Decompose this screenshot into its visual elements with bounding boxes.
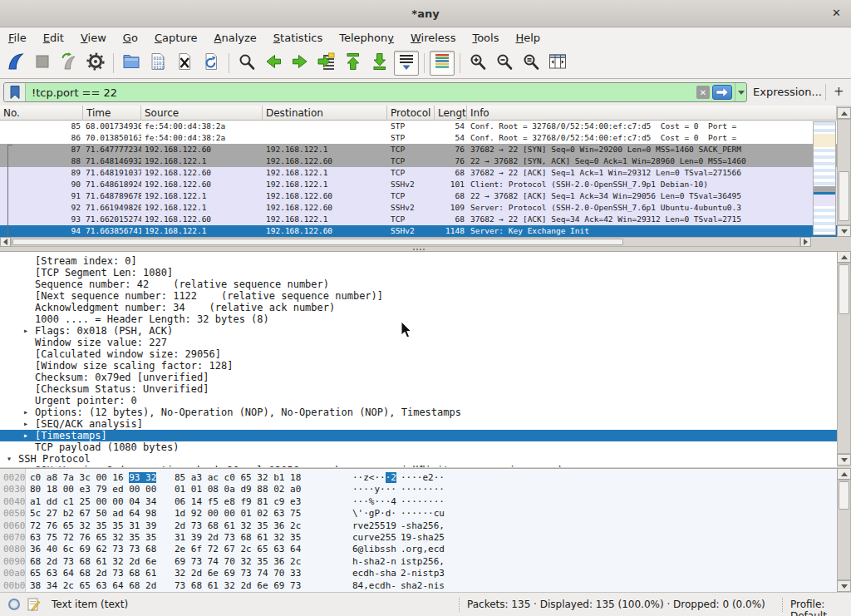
packet-row-88[interactable]: 8871.648146932192.168.122.1192.168.122.6… [0,155,837,167]
scroll-left-arrow[interactable] [0,237,11,247]
menu-help[interactable]: Help [515,32,540,44]
add-filter-button[interactable]: + [834,84,844,99]
file-close-button[interactable] [172,51,197,76]
expression-button[interactable]: Expression... [753,86,822,98]
expander-open-icon[interactable]: ▾ [7,453,12,465]
detail-line[interactable]: ▸[Timestamps] [0,430,837,441]
hex-line-0030[interactable]: 003080 18 00 e3 79 ed 00 0001 01 08 0a d… [0,484,837,495]
packet-row-89[interactable]: 8971.648191037192.168.122.60192.168.122.… [0,167,837,179]
pane-splitter-handle[interactable] [413,249,415,250]
scroll-thumb[interactable] [839,481,849,510]
hex-line-0020[interactable]: 0020c0 a8 7a 3c 00 16 93 3285 a3 ac c0 6… [0,472,837,484]
file-reload-button[interactable] [199,51,224,76]
capture-options-button[interactable] [83,51,108,76]
resize-columns-button[interactable] [545,51,570,76]
column-header-time[interactable]: Time [83,106,141,121]
menu-edit[interactable]: Edit [43,32,64,44]
zoom-out-button[interactable] [492,51,517,76]
scroll-down-arrow[interactable] [837,580,851,592]
scroll-up-arrow[interactable] [837,251,851,263]
scroll-thumb[interactable] [839,264,849,314]
menu-wireless[interactable]: Wireless [411,32,455,44]
detail-line[interactable]: Sequence number: 42 (relative sequence n… [0,278,837,290]
packet-row-92[interactable]: 9271.661949820192.168.122.1192.168.122.6… [0,202,837,214]
column-header-no[interactable]: No. [0,106,83,121]
menu-capture[interactable]: Capture [155,32,198,44]
filter-expression-text[interactable]: !tcp.port == 22 [26,86,696,99]
filter-bookmark-icon[interactable] [4,83,26,101]
packet-row-93[interactable]: 9371.662015274192.168.122.60192.168.122.… [0,214,837,225]
pane-splitter-handle[interactable] [413,466,415,467]
capture-comment-icon[interactable] [27,598,41,614]
menu-tools[interactable]: Tools [472,32,499,44]
detail-line[interactable]: ▸[SEQ/ACK analysis] [0,418,837,430]
menu-statistics[interactable]: Statistics [273,32,322,44]
column-header-protocol[interactable]: Protocol [387,106,435,121]
detail-line[interactable]: [Calculated window size: 29056] [0,348,837,360]
hex-line-00a0[interactable]: 00a065 63 64 68 2d 73 68 6132 2d 6e 69 7… [0,568,837,579]
detail-line[interactable]: ▸SSH Version 2 (encryption:chacha20-poly… [0,465,837,467]
file-save-button[interactable]: 010111010110 [145,51,170,76]
wireshark-start-button[interactable] [3,51,28,76]
menu-go[interactable]: Go [123,32,138,44]
detail-line[interactable]: 1000 .... = Header Length: 32 bytes (8) [0,313,837,325]
hex-line-0070[interactable]: 007063 75 72 76 65 32 35 3531 39 2d 73 6… [0,532,837,544]
display-filter-input[interactable]: !tcp.port == 22 ✕ [3,82,747,102]
expander-closed-icon[interactable]: ▸ [23,407,28,418]
hex-line-0080[interactable]: 008036 40 6c 69 62 73 73 682e 6f 72 67 2… [0,544,837,555]
capture-stop-button[interactable] [30,51,55,76]
detail-line[interactable]: ▾SSH Protocol [0,453,837,465]
packet-row-94[interactable]: 9471.663856741192.168.122.1192.168.122.6… [0,225,837,237]
filter-clear-icon[interactable]: ✕ [696,86,710,99]
detail-line[interactable]: ▸Options: (12 bytes), No-Operation (NOP)… [0,407,837,418]
detail-line[interactable]: ▸Flags: 0x018 (PSH, ACK) [0,325,837,337]
go-first-button[interactable] [341,51,366,76]
packet-row-85[interactable]: 8568.001734936fe:54:00:d4:38:2aSTP54Conf… [0,121,837,132]
column-header-destination[interactable]: Destination [263,106,387,121]
close-icon[interactable]: ✕ [832,7,841,19]
zoom-in-button[interactable] [465,51,490,76]
column-header-source[interactable]: Source [141,106,263,121]
scroll-up-arrow[interactable] [837,107,851,119]
packet-row-87[interactable]: 8771.647777234192.168.122.60192.168.122.… [0,144,837,155]
expert-info-icon[interactable] [8,599,20,610]
scroll-up-arrow[interactable] [837,468,851,480]
go-to-packet-button[interactable] [314,51,339,76]
menu-analyze[interactable]: Analyze [214,32,257,44]
expander-closed-icon[interactable]: ▸ [23,325,28,337]
expander-closed-icon[interactable]: ▸ [23,430,28,441]
menu-file[interactable]: File [8,32,27,44]
detail-line[interactable]: TCP payload (1080 bytes) [0,441,837,453]
hex-line-0090[interactable]: 009068 2d 73 68 61 32 2d 6e69 73 74 70 3… [0,556,837,568]
packet-list-hscroll[interactable] [11,237,800,247]
scroll-down-arrow[interactable] [837,454,851,466]
hex-line-0060[interactable]: 006072 76 65 32 35 35 31 392d 73 68 61 3… [0,520,837,532]
go-back-button[interactable] [261,51,286,76]
scroll-thumb[interactable] [839,171,849,221]
title-bar[interactable]: *any ✕ [0,0,851,27]
profile-label[interactable]: Profile: Default [790,599,851,616]
capture-restart-button[interactable] [57,51,81,76]
file-open-button[interactable] [119,51,144,76]
detail-line[interactable]: Checksum: 0x79ed [unverified] [0,372,837,383]
scroll-down-arrow[interactable] [837,225,851,237]
expander-closed-icon[interactable]: ▸ [23,465,28,467]
go-forward-button[interactable] [288,51,312,76]
detail-line[interactable]: [Checksum Status: Unverified] [0,383,837,395]
detail-line[interactable]: [Window size scaling factor: 128] [0,360,837,372]
auto-scroll-button[interactable] [394,51,419,76]
intelligent-scrollbar-minimap[interactable] [813,121,836,235]
packet-row-91[interactable]: 9171.648789678192.168.122.1192.168.122.6… [0,190,837,202]
filter-history-dropdown[interactable] [735,83,746,101]
detail-line[interactable]: Acknowledgment number: 34 (relative ack … [0,302,837,313]
detail-line[interactable]: [Next sequence number: 1122 (relative se… [0,290,837,302]
detail-line[interactable]: [Stream index: 0] [0,255,837,267]
scroll-right-arrow[interactable] [800,237,811,247]
zoom-original-button[interactable] [519,51,544,76]
hex-vscroll[interactable] [837,480,851,580]
expander-closed-icon[interactable]: ▸ [23,418,28,430]
hex-line-0040[interactable]: 0040a1 dd c1 25 00 00 04 3406 14 f5 e8 f… [0,496,837,508]
packet-find-button[interactable] [234,51,259,76]
colorize-button[interactable] [430,51,455,76]
column-header-info[interactable]: Info [467,106,837,121]
